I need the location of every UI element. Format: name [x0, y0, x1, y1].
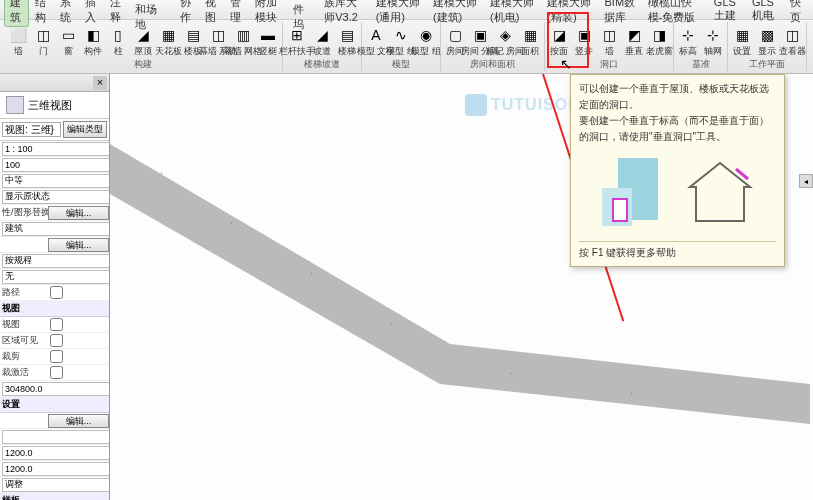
ceiling-label: 天花板: [155, 46, 182, 56]
scroll-right-button[interactable]: ◂: [799, 174, 813, 188]
property-checkbox[interactable]: [50, 318, 63, 331]
property-row: 分析显示样式: [0, 269, 109, 285]
property-value[interactable]: [2, 158, 110, 172]
edit-button[interactable]: 编辑...: [48, 206, 109, 220]
door-icon: ◫: [33, 25, 53, 45]
property-value[interactable]: [2, 222, 110, 236]
stair-button[interactable]: ▤楼梯: [336, 25, 358, 56]
property-checkbox[interactable]: [50, 286, 63, 299]
property-row: 性/图形替换编辑...: [0, 205, 109, 221]
section-header: 设置: [0, 397, 109, 413]
room-sep-icon: ▣: [470, 25, 490, 45]
model-group-icon: ◉: [416, 25, 436, 45]
model-group-button[interactable]: ◉模型 组: [415, 25, 437, 56]
property-key: 裁剪: [0, 350, 48, 363]
ribbon-group-3: ▢房间▣房间 分隔◈标记 房间▦面积房间和面积: [441, 22, 545, 71]
panel-title: 三维视图: [28, 98, 72, 113]
component-icon: ◧: [83, 25, 103, 45]
property-row: 裁激活: [0, 365, 109, 381]
property-value[interactable]: [2, 190, 110, 204]
property-value[interactable]: [2, 270, 110, 284]
ribbon-group-2: A模型 文字∿模型 线◉模型 组模型: [362, 22, 441, 71]
type-selector[interactable]: [2, 122, 61, 137]
component-button[interactable]: ◧构件: [82, 25, 104, 56]
property-row: 区域可见: [0, 333, 109, 349]
property-value[interactable]: [2, 478, 110, 492]
property-value[interactable]: [2, 446, 110, 460]
property-checkbox[interactable]: [50, 334, 63, 347]
model-line-button[interactable]: ∿模型 线: [390, 25, 412, 56]
component-label: 构件: [84, 46, 102, 56]
mullion-button[interactable]: ▬竖梃: [257, 25, 279, 56]
property-value[interactable]: [2, 382, 110, 396]
svg-text:.: .: [390, 314, 393, 326]
property-checkbox[interactable]: [50, 350, 63, 363]
property-checkbox[interactable]: [50, 366, 63, 379]
stair-icon: ▤: [337, 25, 357, 45]
property-row: 比例: [0, 141, 109, 157]
ramp-icon: ◢: [312, 25, 332, 45]
property-row: 视图: [0, 317, 109, 333]
wall-opening-button[interactable]: ◫墙: [598, 25, 620, 56]
window-button[interactable]: ▭窗: [57, 25, 79, 56]
curtain-grid-icon: ▥: [233, 25, 253, 45]
set-button[interactable]: ▦设置: [731, 25, 753, 56]
model-text-button[interactable]: A模型 文字: [365, 25, 387, 56]
railing-icon: ⊞: [287, 25, 307, 45]
edit-button[interactable]: 编辑...: [48, 414, 109, 428]
property-key: 路径: [0, 286, 48, 299]
by-face-button[interactable]: ◪按面: [548, 25, 570, 56]
area-button[interactable]: ▦面积: [519, 25, 541, 56]
tooltip-illustration: [579, 153, 776, 233]
ceiling-button[interactable]: ▦天花板: [157, 25, 179, 56]
window-icon: ▭: [58, 25, 78, 45]
property-value[interactable]: [2, 142, 110, 156]
stair-label: 楼梯: [338, 46, 356, 56]
svg-text:.: .: [160, 164, 163, 176]
property-row: 编辑...: [0, 413, 109, 429]
edit-type-button[interactable]: 编辑类型: [63, 121, 107, 138]
group-label: 洞口: [600, 58, 618, 71]
grid-label: 轴网: [704, 46, 722, 56]
model-line-icon: ∿: [391, 25, 411, 45]
level-label: 标高: [679, 46, 697, 56]
dormer-button[interactable]: ◨老虎窗: [648, 25, 670, 56]
property-value[interactable]: [2, 254, 110, 268]
viewport[interactable]: ... ... TUTUISOFT 可以创建一个垂直于屋顶、楼板或天花板选定面的…: [110, 74, 813, 500]
edit-button[interactable]: 编辑...: [48, 238, 109, 252]
vertical-icon: ▣: [574, 25, 594, 45]
ribbon-group-4: ◪按面▣竖井◫墙◩垂直◨老虎窗洞口: [545, 22, 674, 71]
room-tag-button[interactable]: ◈标记 房间: [494, 25, 516, 56]
properties-panel: × 三维视图 编辑类型 比例例值 1:程度可见性性/图形替换编辑...示选项编辑…: [0, 74, 110, 500]
ramp-button[interactable]: ◢坡道: [311, 25, 333, 56]
property-row: 路径: [0, 285, 109, 301]
level-button[interactable]: ⊹标高: [677, 25, 699, 56]
close-icon[interactable]: ×: [93, 76, 107, 90]
group-label: 构建: [134, 58, 152, 71]
wall-button[interactable]: ⬜墙: [7, 25, 29, 56]
show-label: 显示: [758, 46, 776, 56]
cube-icon: [6, 96, 24, 114]
door-button[interactable]: ◫门: [32, 25, 54, 56]
floor-icon: ▤: [183, 25, 203, 45]
curtain-grid-button[interactable]: ▥幕墙 网格: [232, 25, 254, 56]
grid-button[interactable]: ⊹轴网: [702, 25, 724, 56]
set-label: 设置: [733, 46, 751, 56]
property-value[interactable]: [2, 430, 110, 444]
property-value[interactable]: [2, 174, 110, 188]
show-icon: ▩: [757, 25, 777, 45]
mullion-label: 竖梃: [259, 46, 277, 56]
column-button[interactable]: ▯柱: [107, 25, 129, 56]
property-row: 位置: [0, 477, 109, 493]
property-value[interactable]: [2, 462, 110, 476]
watermark-logo-icon: [465, 94, 487, 116]
dormer-label: 老虎窗: [646, 46, 673, 56]
vertical2-button[interactable]: ◩垂直: [623, 25, 645, 56]
tooltip: 可以创建一个垂直于屋顶、楼板或天花板选定面的洞口。 要创建一个垂直于标高（而不是…: [570, 74, 785, 267]
show-button[interactable]: ▩显示: [756, 25, 778, 56]
railing-button[interactable]: ⊞栏杆扶手: [286, 25, 308, 56]
viewer-button[interactable]: ◫查看器: [781, 25, 803, 56]
vertical2-icon: ◩: [624, 25, 644, 45]
vertical-button[interactable]: ▣竖井: [573, 25, 595, 56]
roof-button[interactable]: ◢屋顶: [132, 25, 154, 56]
